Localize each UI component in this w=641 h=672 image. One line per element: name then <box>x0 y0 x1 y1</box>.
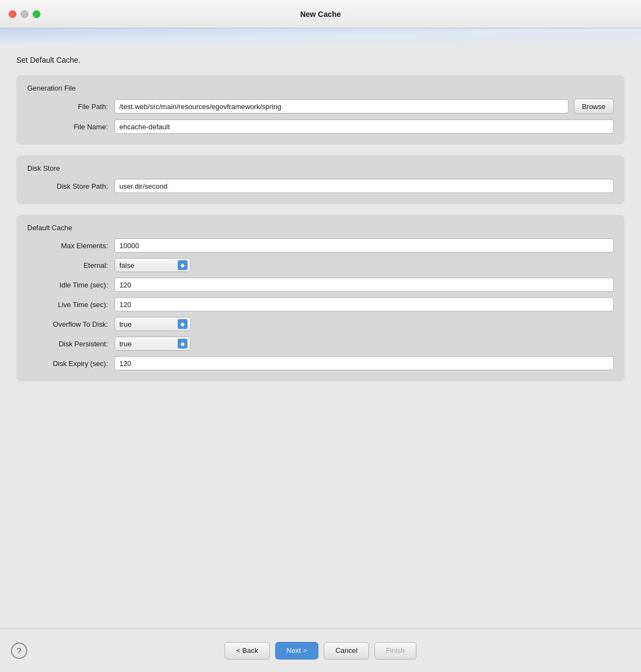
overflow-to-disk-label: Overflow To Disk: <box>27 320 114 328</box>
cancel-button[interactable]: Cancel <box>324 642 368 659</box>
live-time-input[interactable] <box>114 297 614 311</box>
window-title: New Cache <box>300 10 341 19</box>
eternal-select[interactable]: false true <box>114 258 191 272</box>
max-elements-row: Max Elements: <box>27 238 614 253</box>
title-bar: New Cache <box>0 0 641 28</box>
file-name-label: File Name: <box>27 123 114 131</box>
overflow-to-disk-row: Overflow To Disk: true false <box>27 317 614 331</box>
disk-store-path-row: Disk Store Path: <box>27 179 614 193</box>
default-cache-title: Default Cache <box>27 224 614 232</box>
max-elements-input[interactable] <box>114 238 614 253</box>
generation-file-section: Generation File File Path: Browse File N… <box>16 75 625 145</box>
page-subtitle: Set Default Cache. <box>16 56 625 64</box>
eternal-label: Eternal: <box>27 261 114 269</box>
live-time-row: Live Time (sec): <box>27 297 614 311</box>
file-name-row: File Name: <box>27 119 614 134</box>
browse-button[interactable]: Browse <box>574 99 614 114</box>
top-decoration <box>0 28 641 45</box>
disk-persistent-label: Disk Persistent: <box>27 340 114 348</box>
main-content: Set Default Cache. Generation File File … <box>0 45 641 628</box>
idle-time-row: Idle Time (sec): <box>27 278 614 292</box>
live-time-label: Live Time (sec): <box>27 301 114 309</box>
overflow-to-disk-select[interactable]: true false <box>114 317 191 331</box>
bottom-buttons: < Back Next > Cancel Finish <box>225 642 416 659</box>
default-cache-section: Default Cache Max Elements: Eternal: fal… <box>16 215 625 381</box>
finish-button[interactable]: Finish <box>374 642 416 659</box>
disk-store-path-input[interactable] <box>114 179 614 193</box>
max-elements-label: Max Elements: <box>27 242 114 250</box>
file-path-label: File Path: <box>27 103 114 111</box>
bottom-bar: ? < Back Next > Cancel Finish <box>0 628 641 672</box>
disk-expiry-label: Disk Expiry (sec): <box>27 359 114 368</box>
maximize-button[interactable] <box>33 10 40 18</box>
file-name-input[interactable] <box>114 119 614 134</box>
disk-persistent-select[interactable]: true false <box>114 337 191 351</box>
next-button[interactable]: Next > <box>275 642 319 659</box>
disk-persistent-select-wrapper: true false <box>114 337 191 351</box>
minimize-button[interactable] <box>21 10 28 18</box>
generation-file-title: Generation File <box>27 84 614 92</box>
window-controls <box>9 10 40 18</box>
disk-store-section: Disk Store Disk Store Path: <box>16 155 625 204</box>
idle-time-label: Idle Time (sec): <box>27 281 114 289</box>
file-path-input[interactable] <box>114 99 569 113</box>
eternal-row: Eternal: false true <box>27 258 614 272</box>
overflow-to-disk-select-wrapper: true false <box>114 317 191 331</box>
disk-store-title: Disk Store <box>27 164 614 172</box>
eternal-select-wrapper: false true <box>114 258 191 272</box>
back-button[interactable]: < Back <box>225 642 269 659</box>
help-icon: ? <box>17 646 21 655</box>
disk-store-path-label: Disk Store Path: <box>27 182 114 190</box>
close-button[interactable] <box>9 10 16 18</box>
file-path-row: File Path: Browse <box>27 99 614 114</box>
disk-expiry-row: Disk Expiry (sec): <box>27 356 614 370</box>
disk-expiry-input[interactable] <box>114 356 614 370</box>
help-button[interactable]: ? <box>11 643 27 659</box>
idle-time-input[interactable] <box>114 278 614 292</box>
disk-persistent-row: Disk Persistent: true false <box>27 337 614 351</box>
